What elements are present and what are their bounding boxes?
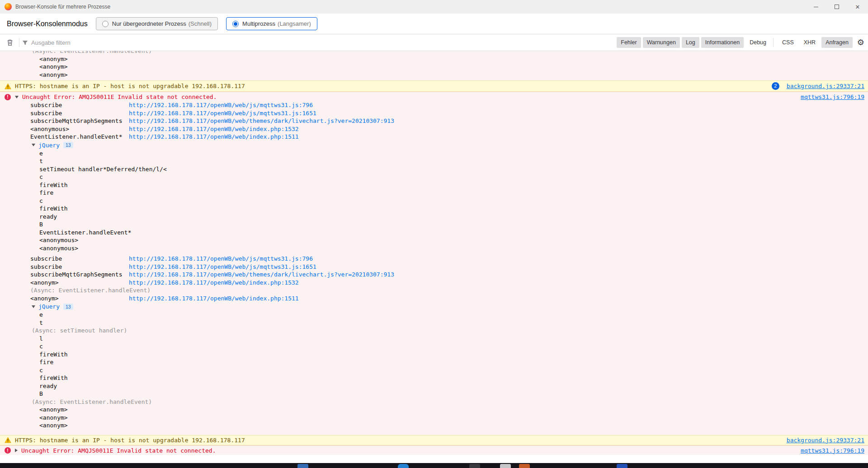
- stack-frame: ready: [0, 213, 868, 221]
- console-settings-button[interactable]: ⚙: [857, 38, 864, 47]
- windows-taskbar[interactable]: [0, 463, 868, 468]
- warning-icon: [5, 83, 11, 89]
- filter-button-anfragen[interactable]: Anfragen: [821, 37, 853, 48]
- chevron-right-icon[interactable]: [15, 449, 18, 452]
- taskbar-app-icon[interactable]: [469, 464, 480, 468]
- frame-function-name: subscribe: [30, 109, 129, 117]
- stack-frame: subscribehttp://192.168.178.117/openWB/w…: [0, 255, 868, 263]
- stack-group-toggle[interactable]: jQuery13: [0, 302, 868, 311]
- stack-frame: <anonym>: [0, 414, 868, 422]
- frame-function-name: <anonymous>: [30, 125, 129, 133]
- stack-frame: setTimeout handler*Deferred/then/l/<: [0, 165, 868, 173]
- console-row-warning: HTTPS: hostname is an IP - host is not u…: [0, 435, 868, 445]
- frame-function-name: ready: [39, 383, 57, 389]
- filter-button-xhr[interactable]: XHR: [800, 37, 820, 48]
- stack-frame: <anonym>: [0, 406, 868, 414]
- frame-function-name: c: [39, 173, 43, 180]
- mode-bar: Browser-Konsolenmodus Nur übergeordneter…: [0, 14, 868, 34]
- source-link[interactable]: background.js:29337:21: [787, 437, 864, 444]
- frame-function-name: e: [39, 311, 43, 318]
- taskbar-app-icon[interactable]: [297, 464, 308, 468]
- filter-button-css[interactable]: CSS: [778, 37, 798, 48]
- stack-frame: subscribeMqttGraphSegmentshttp://192.168…: [0, 117, 868, 125]
- frame-function-name: <anonym>: [30, 295, 129, 303]
- frame-source-link[interactable]: http://192.168.178.117/openWB/web/js/mqt…: [129, 109, 316, 117]
- filter-button-informationen[interactable]: Informationen: [701, 37, 744, 48]
- stack-group-toggle[interactable]: jQuery13: [0, 141, 868, 150]
- stack-frame: fireWith: [0, 181, 868, 189]
- frame-source-link[interactable]: http://192.168.178.117/openWB/web/js/mqt…: [129, 255, 313, 263]
- frame-source-link[interactable]: http://192.168.178.117/openWB/web/index.…: [129, 133, 299, 141]
- filter-button-fehler[interactable]: Fehler: [617, 37, 641, 48]
- filter-input[interactable]: [31, 39, 149, 46]
- maximize-button[interactable]: [826, 0, 847, 14]
- filter-funnel-icon: [22, 40, 28, 46]
- error-icon: !: [5, 94, 11, 100]
- frame-function-name: t: [39, 158, 43, 164]
- stack-frame: <anonymous>: [0, 236, 868, 244]
- mode-option-parent-only[interactable]: Nur übergeordneter Prozess(Schnell): [96, 17, 218, 30]
- frame-source-link[interactable]: http://192.168.178.117/openWB/web/js/mqt…: [129, 101, 313, 109]
- stack-frame: B: [0, 220, 868, 229]
- stack-frame: <anonym>http://192.168.178.117/openWB/we…: [0, 295, 868, 303]
- stack-frame: <anonym>: [0, 55, 868, 63]
- maximize-icon: [835, 5, 839, 9]
- source-link[interactable]: mqttws31.js:796:19: [801, 94, 864, 100]
- stack-framework-group: jQuery13et(Async: setTimeout handler)lcf…: [0, 302, 868, 430]
- frame-function-name: <anonym>: [39, 406, 68, 413]
- chevron-down-icon[interactable]: [15, 96, 19, 98]
- stack-frame: EventListener.handleEvent*: [0, 229, 868, 237]
- error-icon: !: [5, 447, 11, 454]
- stack-frame: subscribehttp://192.168.178.117/openWB/w…: [0, 263, 868, 271]
- stack-frame: l: [0, 335, 868, 343]
- frame-function-name: <anonym>: [39, 422, 68, 429]
- frame-source-link[interactable]: http://192.168.178.117/openWB/web/index.…: [129, 279, 299, 287]
- frame-source-link[interactable]: http://192.168.178.117/openWB/web/themes…: [129, 271, 394, 279]
- frame-function-name: <anonym>: [39, 56, 68, 62]
- stack-async-separator: (Async: EventListener.handleEvent): [0, 286, 868, 295]
- frame-source-link[interactable]: http://192.168.178.117/openWB/web/js/mqt…: [129, 263, 316, 271]
- taskbar-app-icon[interactable]: [398, 464, 409, 468]
- frame-function-name: <anonymous>: [39, 245, 78, 252]
- stack-frame: subscribehttp://192.168.178.117/openWB/w…: [0, 101, 868, 109]
- close-button[interactable]: ✕: [847, 0, 868, 14]
- filter-button-warnungen[interactable]: Warnungen: [643, 37, 680, 48]
- frame-function-name: <anonym>: [39, 71, 68, 78]
- titlebar: Browser-Konsole für mehrere Prozesse ✕: [0, 0, 868, 14]
- window-controls: ✕: [806, 0, 868, 14]
- mode-option-label: Nur übergeordneter Prozess: [112, 20, 186, 27]
- source-link[interactable]: mqttws31.js:796:19: [801, 447, 864, 454]
- close-icon: ✕: [855, 4, 860, 10]
- frame-function-name: <anonymous>: [39, 237, 78, 243]
- filter-button-log[interactable]: Log: [682, 37, 699, 48]
- frame-function-name: fire: [39, 189, 53, 196]
- frame-function-name: <anonym>: [39, 63, 68, 70]
- frame-source-link[interactable]: http://192.168.178.117/openWB/web/themes…: [129, 117, 394, 125]
- stack-frame: c: [0, 366, 868, 374]
- warning-message: HTTPS: hostname is an IP - host is not u…: [15, 83, 245, 89]
- frame-source-link[interactable]: http://192.168.178.117/openWB/web/index.…: [129, 125, 299, 133]
- frame-function-name: c: [39, 197, 43, 204]
- stack-frame: <anonym>: [0, 421, 868, 430]
- taskbar-app-icon[interactable]: [617, 464, 627, 468]
- stack-frame: <anonym>: [0, 71, 868, 79]
- minimize-button[interactable]: [806, 0, 826, 14]
- taskbar-app-icon[interactable]: [519, 464, 530, 468]
- stack-frame: <anonymous>: [0, 244, 868, 253]
- error-message: Uncaught Error: AMQJS0011E Invalid state…: [22, 94, 217, 100]
- frame-function-name: subscribe: [30, 263, 129, 271]
- source-link[interactable]: background.js:29337:21: [787, 83, 864, 89]
- mode-option-hint: (Schnell): [189, 20, 212, 27]
- taskbar-app-icon[interactable]: [500, 464, 511, 468]
- clear-output-button[interactable]: [4, 37, 16, 48]
- error-stack-trace: subscribehttp://192.168.178.117/openWB/w…: [0, 101, 868, 430]
- frame-source-link[interactable]: http://192.168.178.117/openWB/web/index.…: [129, 295, 299, 303]
- mode-option-multiprocess[interactable]: Multiprozess(Langsamer): [226, 17, 317, 30]
- frame-function-name: <anonym>: [30, 279, 129, 287]
- frame-function-name: c: [39, 343, 43, 350]
- filter-button-debug[interactable]: Debug: [745, 37, 770, 48]
- stack-frame: t: [0, 157, 868, 165]
- minimize-icon: [814, 7, 818, 7]
- frame-function-name: subscribe: [30, 255, 129, 263]
- stack-frame: subscribehttp://192.168.178.117/openWB/w…: [0, 109, 868, 117]
